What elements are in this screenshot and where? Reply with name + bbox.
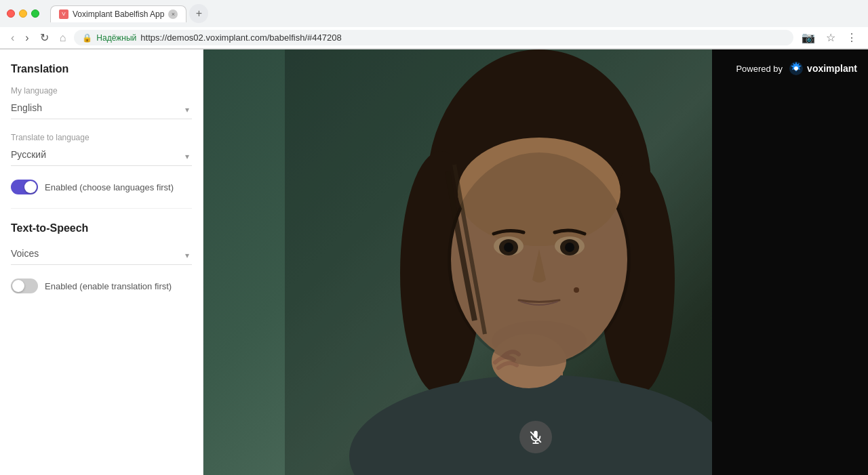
tts-toggle-knob	[12, 280, 24, 292]
powered-by-text: Powered by	[736, 64, 783, 74]
new-tab-button[interactable]: +	[189, 4, 208, 23]
svg-rect-17	[285, 49, 787, 475]
translate-to-label: Translate to language	[11, 133, 192, 142]
video-feed: Powered by voximplant	[203, 49, 868, 475]
translation-section: Translation My language English ▾ Transl…	[11, 63, 192, 194]
section-divider	[11, 208, 192, 209]
active-tab[interactable]: V Voximplant Babelfish App ×	[50, 5, 186, 22]
voximplant-logo: voximplant	[788, 60, 857, 77]
tts-section: Text-to-Speech Voices ▾ Enabled (enable …	[11, 222, 192, 293]
lock-icon: 🔒	[82, 33, 92, 43]
my-language-label: My language	[11, 86, 192, 96]
toolbar-icons: 📷 ☆ ⋮	[799, 30, 860, 45]
translation-section-title: Translation	[11, 63, 192, 75]
address-field[interactable]: 🔒 Надёжный https://demos02.voximplant.co…	[74, 30, 793, 45]
tts-section-title: Text-to-Speech	[11, 222, 192, 234]
my-language-select[interactable]: English	[11, 100, 192, 119]
secure-label: Надёжный	[96, 33, 136, 43]
tts-toggle[interactable]	[11, 278, 38, 293]
translation-toggle-row: Enabled (choose languages first)	[11, 180, 192, 194]
close-window-button[interactable]	[7, 9, 15, 18]
mute-button[interactable]	[519, 421, 552, 453]
refresh-button[interactable]: ↻	[37, 30, 52, 45]
tts-toggle-slider	[11, 278, 38, 293]
my-language-select-wrapper: English ▾	[11, 100, 192, 119]
voices-select[interactable]: Voices	[11, 245, 192, 265]
browser-titlebar: V Voximplant Babelfish App × +	[0, 0, 868, 27]
left-panel: Translation My language English ▾ Transl…	[0, 49, 203, 475]
tab-close-button[interactable]: ×	[168, 9, 178, 19]
tab-bar: V Voximplant Babelfish App × +	[50, 4, 208, 23]
address-bar-row: ‹ › ↻ ⌂ 🔒 Надёжный https://demos02.voxim…	[0, 27, 868, 49]
translation-toggle-knob	[24, 181, 37, 193]
translate-to-select-wrapper: Русский ▾	[11, 146, 192, 166]
voximplant-name: voximplant	[807, 63, 857, 74]
minimize-window-button[interactable]	[19, 9, 27, 18]
tts-toggle-row: Enabled (enable translation first)	[11, 278, 192, 293]
bookmark-button[interactable]: ☆	[823, 30, 838, 45]
url-text: https://demos02.voximplant.com/babelfish…	[140, 33, 341, 43]
menu-button[interactable]: ⋮	[844, 30, 860, 45]
svg-point-19	[794, 66, 798, 70]
traffic-lights	[7, 9, 39, 18]
tab-title: Voximplant Babelfish App	[73, 9, 164, 19]
tab-favicon: V	[59, 9, 68, 19]
translation-toggle-slider	[11, 180, 38, 194]
video-right-panel: Powered by voximplant	[712, 49, 868, 475]
translation-toggle-label: Enabled (choose languages first)	[45, 182, 174, 192]
browser-chrome: V Voximplant Babelfish App × + ‹ › ↻ ⌂ 🔒…	[0, 0, 868, 49]
app-content: Translation My language English ▾ Transl…	[0, 49, 868, 475]
microphone-muted-icon	[528, 430, 543, 445]
back-button[interactable]: ‹	[8, 30, 17, 45]
video-area: Powered by voximplant	[203, 49, 868, 475]
translation-toggle[interactable]	[11, 180, 38, 194]
camera-button[interactable]: 📷	[799, 30, 818, 45]
forward-button[interactable]: ›	[22, 30, 31, 45]
tts-toggle-label: Enabled (enable translation first)	[45, 281, 172, 291]
voximplant-icon	[788, 60, 804, 77]
powered-by-badge: Powered by voximplant	[736, 60, 857, 77]
translate-to-select[interactable]: Русский	[11, 146, 192, 166]
voices-select-wrapper: Voices ▾	[11, 245, 192, 265]
home-button[interactable]: ⌂	[57, 30, 69, 45]
maximize-window-button[interactable]	[31, 9, 39, 18]
